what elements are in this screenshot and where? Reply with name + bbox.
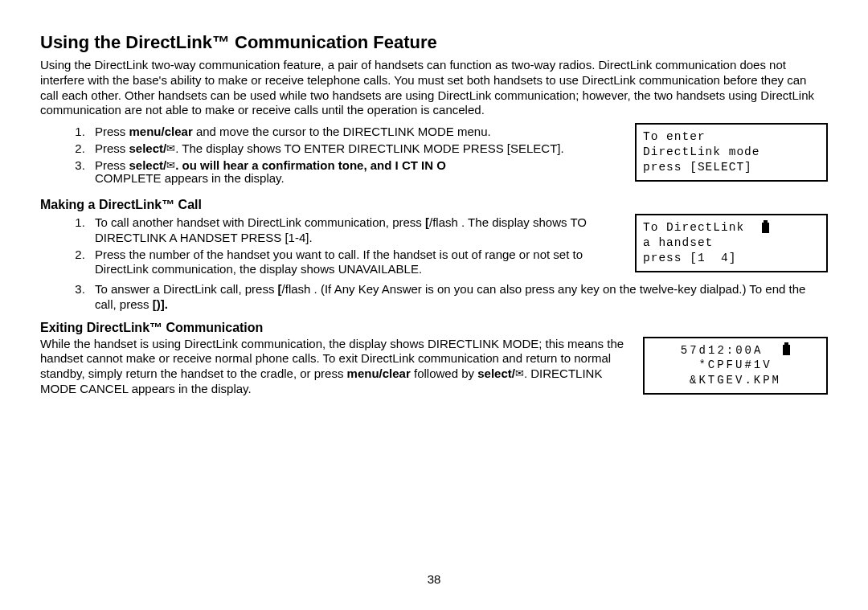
setup-steps-list: Press menu/clear and move the cursor to … <box>40 125 624 186</box>
envelope-icon: ✉ <box>166 159 175 172</box>
lcd-screen-enter: To enter DirectLink mode press [SELECT] <box>635 123 828 182</box>
setup-step-1: Press menu/clear and move the cursor to … <box>88 125 624 140</box>
lcd-screen-mode: 57d12:00A *CPFU#1V &KTGEV.KPM <box>643 337 828 395</box>
making-call-list-cont: To answer a DirectLink call, press [/fla… <box>40 282 828 313</box>
making-call-list: To call another handset with DirectLink … <box>40 215 624 277</box>
lcd-screen-call: To DirectLink a handset press [1 4] <box>635 214 828 272</box>
intro-paragraph: Using the DirectLink two-way communicati… <box>40 58 828 118</box>
battery-icon <box>762 223 769 233</box>
make-step-2: Press the number of the handset you want… <box>88 248 624 278</box>
exiting-heading: Exiting DirectLink™ Communication <box>40 321 828 335</box>
make-step-3: To answer a DirectLink call, press [/fla… <box>88 282 828 313</box>
envelope-icon: ✉ <box>166 142 175 155</box>
make-step-1: To call another handset with DirectLink … <box>88 215 624 246</box>
page-title: Using the DirectLink™ Communication Feat… <box>40 32 828 53</box>
page-number: 38 <box>0 572 868 586</box>
setup-step-2: Press select/✉. The display shows TO ENT… <box>88 141 624 157</box>
exiting-paragraph: While the handset is using DirectLink co… <box>40 337 632 397</box>
making-call-heading: Making a DirectLink™ Call <box>40 198 828 212</box>
envelope-icon: ✉ <box>515 367 524 380</box>
battery-icon <box>783 345 790 355</box>
setup-step-3: Press select/✉. ou will hear a confirmat… <box>88 158 624 187</box>
